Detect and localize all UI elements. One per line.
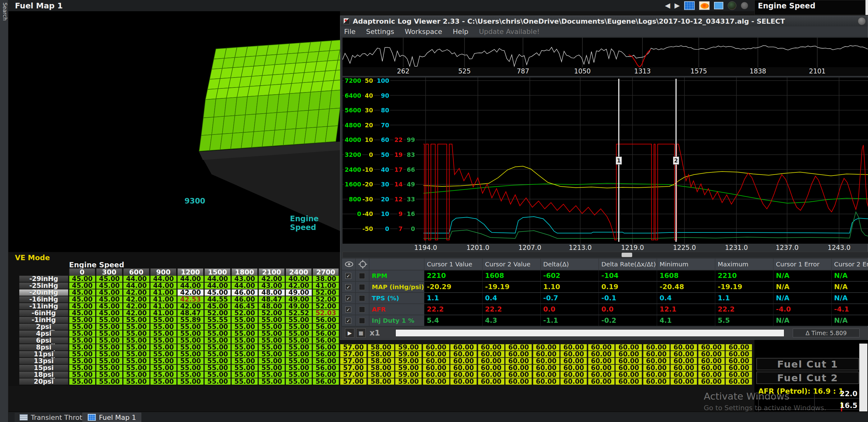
ve-cell[interactable]: 60.00 <box>560 344 587 351</box>
ve-cell[interactable]: 55.00 <box>177 358 204 364</box>
ve-cell[interactable]: 60.00 <box>560 365 587 371</box>
ve-cell[interactable]: 45.00 <box>96 303 122 309</box>
ve-cell[interactable]: 60.00 <box>588 358 615 364</box>
ve-cell[interactable]: 55.00 <box>123 358 149 364</box>
ve-cell[interactable]: 44.00 <box>177 276 204 282</box>
ve-cell[interactable]: 55.00 <box>96 331 122 337</box>
visibility-checkbox[interactable]: ✓ <box>345 284 351 290</box>
ve-cell[interactable]: 60.00 <box>505 365 532 371</box>
visibility-checkbox[interactable]: ✓ <box>345 295 351 301</box>
ve-cell[interactable]: 55.00 <box>96 337 122 343</box>
ve-cell[interactable]: 60.00 <box>533 358 559 364</box>
ve-cell[interactable]: 44.00 <box>231 282 257 289</box>
ve-row-header[interactable]: 11psi <box>19 351 68 357</box>
highlight-checkbox[interactable] <box>359 306 365 312</box>
ve-cell[interactable]: 60.00 <box>698 371 724 378</box>
highlight-checkbox[interactable] <box>359 273 365 279</box>
ve-cell[interactable]: 60.00 <box>725 365 752 371</box>
ve-cell[interactable]: 55.00 <box>177 324 204 330</box>
ve-cell[interactable]: 45.00 <box>96 310 122 316</box>
ve-cell[interactable]: 55.00 <box>150 379 177 385</box>
ve-cell[interactable]: 55.00 <box>96 379 122 385</box>
ve-col-header[interactable]: 2100 <box>258 268 285 276</box>
ve-cell[interactable]: 57.00 <box>340 358 367 364</box>
column-header[interactable]: Cursor 2 Error <box>831 259 868 270</box>
ve-col-header[interactable]: 2700 <box>313 268 339 276</box>
ve-cell[interactable]: 55.00 <box>258 379 285 385</box>
ve-cell[interactable]: 55.00 <box>69 365 95 371</box>
ve-cell[interactable]: 56.00 <box>313 331 339 337</box>
ve-cell[interactable]: 60.00 <box>505 379 532 385</box>
ve-cell[interactable]: 44.00 <box>150 282 177 289</box>
ve-cell[interactable]: 58.00 <box>368 365 394 371</box>
ve-cell[interactable]: 52.03 <box>313 310 339 316</box>
ve-row-header[interactable]: -29inHg <box>19 276 68 282</box>
ve-cell[interactable]: 55.00 <box>150 365 177 371</box>
ve-cell[interactable]: 55.00 <box>231 317 257 323</box>
ve-cell[interactable]: 60.00 <box>505 358 532 364</box>
ve-cell[interactable]: 57.00 <box>340 379 367 385</box>
ve-cell[interactable]: 42.00 <box>177 303 204 309</box>
ve-col-header[interactable]: 2400 <box>286 268 312 276</box>
ve-cell[interactable]: 49.00 <box>286 303 312 309</box>
ve-cell[interactable]: 55.00 <box>150 331 177 337</box>
ve-cell[interactable]: 55.00 <box>96 358 122 364</box>
ve-cell[interactable]: 60.00 <box>615 358 642 364</box>
highlight-checkbox[interactable] <box>359 295 365 301</box>
ve-cell[interactable]: 60.00 <box>615 344 642 351</box>
ve-cell[interactable]: 45.00 <box>205 290 230 296</box>
ve-cell[interactable]: 60.00 <box>698 344 724 351</box>
ve-cell[interactable]: 55.00 <box>231 337 257 343</box>
ve-cell[interactable]: 42.00 <box>123 290 149 296</box>
ve-cell[interactable]: 55.00 <box>69 379 95 385</box>
ve-cell[interactable]: 52.00 <box>313 290 339 296</box>
ve-cell[interactable]: 60.00 <box>450 365 476 371</box>
ve-col-header[interactable]: 1500 <box>205 268 230 276</box>
ve-cell[interactable]: 58.00 <box>368 371 394 378</box>
menu-update-available[interactable]: Update Available! <box>479 28 539 35</box>
ve-cell[interactable]: 60.00 <box>423 371 449 378</box>
ve-cell[interactable]: 55.00 <box>69 358 95 364</box>
ve-cell[interactable]: 55.00 <box>177 365 204 371</box>
ve-cell[interactable]: 55.00 <box>150 317 177 323</box>
ve-cell[interactable]: 60.00 <box>588 365 615 371</box>
ve-cell[interactable]: 55.00 <box>96 351 122 357</box>
ve-cell[interactable]: 60.00 <box>560 351 587 357</box>
ve-cell[interactable]: 60.00 <box>478 379 504 385</box>
ve-cell[interactable]: 60.00 <box>560 379 587 385</box>
ve-cell[interactable]: 55.00 <box>205 379 230 385</box>
ve-cell[interactable]: 45.00 <box>69 303 95 309</box>
ve-cell[interactable]: 58.00 <box>368 351 394 357</box>
ve-cell[interactable]: 57.00 <box>340 365 367 371</box>
ve-cell[interactable]: 55.00 <box>286 331 312 337</box>
ve-cell[interactable]: 44.00 <box>205 276 230 282</box>
ve-cell[interactable]: 59.00 <box>395 371 422 378</box>
ve-cell[interactable]: 55.00 <box>231 331 257 337</box>
ve-cell[interactable]: 55.00 <box>123 331 149 337</box>
column-header[interactable]: Cursor 1 Value <box>424 259 482 270</box>
column-header[interactable]: Delta Rate(Δx/Δt) <box>598 259 657 270</box>
ve-cell[interactable]: 41.00 <box>150 290 177 296</box>
ve-cell[interactable]: 55.00 <box>96 344 122 351</box>
display-view-icon[interactable] <box>714 2 723 9</box>
visibility-checkbox[interactable]: ✓ <box>345 318 351 324</box>
ve-row-header[interactable]: 2psi <box>19 324 68 330</box>
channel-name[interactable]: MAP (inHg/psi) <box>369 282 424 292</box>
ve-cell[interactable]: 44.00 <box>123 276 149 282</box>
ve-cell[interactable]: 55.00 <box>150 351 177 357</box>
ve-row-header[interactable]: 18psi <box>19 371 68 378</box>
ve-cell[interactable]: 55.00 <box>69 331 95 337</box>
ve-cell[interactable]: 55.00 <box>69 337 95 343</box>
ve-cell[interactable]: 45.00 <box>96 282 122 289</box>
ve-cell[interactable]: 55.00 <box>123 324 149 330</box>
ve-cell[interactable]: 59.00 <box>395 358 422 364</box>
ve-cell[interactable]: 55.00 <box>286 317 312 323</box>
ve-cell[interactable]: 55.00 <box>286 371 312 378</box>
ve-cell[interactable]: 41.00 <box>150 303 177 309</box>
ve-cell[interactable]: 60.00 <box>560 358 587 364</box>
ve-cell[interactable]: 55.00 <box>177 379 204 385</box>
highlight-checkbox[interactable] <box>359 284 365 290</box>
ve-cell[interactable]: 46.45 <box>231 303 257 309</box>
ve-cell[interactable]: 55.00 <box>96 371 122 378</box>
ve-cell[interactable]: 60.00 <box>533 344 559 351</box>
